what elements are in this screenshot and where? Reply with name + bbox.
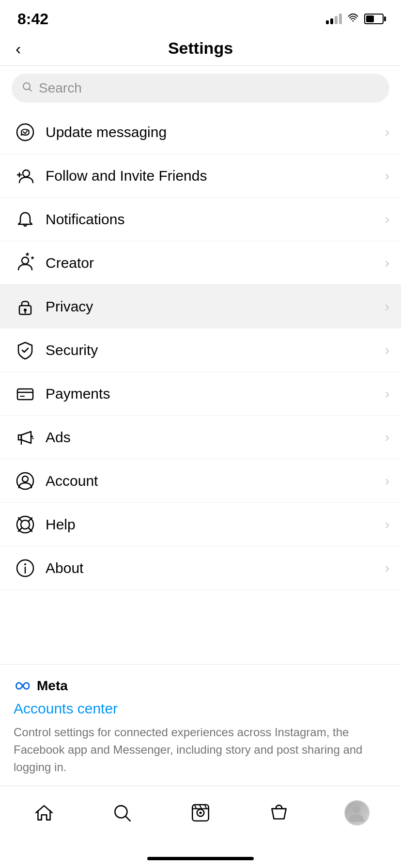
menu-item-update-messaging[interactable]: Update messaging › xyxy=(0,110,401,154)
meta-logo-icon xyxy=(14,680,33,692)
menu-item-creator-label: Creator xyxy=(46,255,385,271)
nav-item-home[interactable] xyxy=(25,796,63,830)
svg-point-39 xyxy=(353,806,360,813)
wifi-icon xyxy=(347,13,359,25)
menu-item-help-label: Help xyxy=(46,516,385,533)
home-indicator xyxy=(0,849,401,868)
svg-point-7 xyxy=(22,257,29,264)
accounts-center-link[interactable]: Accounts center xyxy=(14,700,387,717)
shop-icon xyxy=(268,802,290,824)
chevron-right-icon: › xyxy=(385,560,389,576)
reels-icon xyxy=(189,802,212,824)
chevron-right-icon: › xyxy=(385,124,389,140)
nav-item-search[interactable] xyxy=(103,796,141,830)
chevron-right-icon: › xyxy=(385,168,389,184)
menu-item-about[interactable]: About › xyxy=(0,546,401,590)
menu-item-privacy-label: Privacy xyxy=(46,298,385,315)
menu-item-creator[interactable]: Creator › xyxy=(0,241,401,285)
svg-line-2 xyxy=(30,89,32,92)
svg-line-31 xyxy=(126,816,130,821)
megaphone-icon xyxy=(12,427,39,448)
menu-item-ads[interactable]: Ads › xyxy=(0,416,401,459)
status-icons xyxy=(326,13,384,25)
message-circle-icon xyxy=(12,122,39,143)
menu-item-ads-label: Ads xyxy=(46,429,385,446)
chevron-right-icon: › xyxy=(385,517,389,532)
menu-item-help[interactable]: Help › xyxy=(0,503,401,546)
nav-item-shop[interactable] xyxy=(260,796,298,830)
meta-logo-text: Meta xyxy=(37,678,68,694)
svg-rect-13 xyxy=(17,389,33,400)
chevron-right-icon: › xyxy=(385,212,389,227)
menu-list: Update messaging › Follow and Invite Fri… xyxy=(0,110,401,664)
svg-point-20 xyxy=(22,476,28,482)
menu-item-payments-label: Payments xyxy=(46,386,385,402)
lock-icon xyxy=(12,296,39,317)
search-container: Search xyxy=(0,66,401,110)
nav-item-reels[interactable] xyxy=(181,796,220,830)
meta-description: Control settings for connected experienc… xyxy=(14,724,387,776)
shield-check-icon xyxy=(12,340,39,361)
add-person-icon xyxy=(12,165,39,186)
svg-marker-9 xyxy=(31,256,34,260)
svg-point-18 xyxy=(32,437,34,439)
svg-point-4 xyxy=(23,170,30,177)
meta-section: Meta Accounts center Control settings fo… xyxy=(0,664,401,786)
avatar xyxy=(344,800,370,825)
menu-item-follow-invite[interactable]: Follow and Invite Friends › xyxy=(0,154,401,198)
bottom-nav xyxy=(0,786,401,849)
home-bar xyxy=(147,857,254,860)
menu-item-update-messaging-label: Update messaging xyxy=(46,124,385,140)
status-bar: 8:42 xyxy=(0,0,401,34)
signal-icon xyxy=(326,14,342,24)
chevron-right-icon: › xyxy=(385,299,389,314)
chevron-right-icon: › xyxy=(385,386,389,402)
meta-logo: Meta xyxy=(14,678,387,694)
search-bar[interactable]: Search xyxy=(12,74,389,103)
battery-icon xyxy=(364,14,384,24)
menu-item-follow-invite-label: Follow and Invite Friends xyxy=(46,168,385,184)
header: ‹ Settings xyxy=(0,34,401,66)
chevron-right-icon: › xyxy=(385,430,389,445)
chevron-right-icon: › xyxy=(385,255,389,271)
back-button[interactable]: ‹ xyxy=(12,38,25,59)
chevron-right-icon: › xyxy=(385,473,389,489)
svg-point-34 xyxy=(199,811,201,814)
svg-point-0 xyxy=(353,20,354,22)
svg-point-17 xyxy=(31,435,33,437)
menu-item-about-label: About xyxy=(46,560,385,576)
person-circle-icon xyxy=(12,470,39,492)
menu-item-payments[interactable]: Payments › xyxy=(0,372,401,416)
search-icon xyxy=(21,81,33,95)
svg-marker-8 xyxy=(25,252,30,256)
nav-item-profile[interactable] xyxy=(338,796,376,830)
info-circle-icon xyxy=(12,558,39,579)
menu-item-notifications[interactable]: Notifications › xyxy=(0,198,401,241)
chevron-right-icon: › xyxy=(385,342,389,358)
home-icon xyxy=(33,802,55,824)
credit-card-icon xyxy=(12,383,39,404)
menu-item-account[interactable]: Account › xyxy=(0,459,401,503)
star-person-icon xyxy=(12,252,39,274)
search-placeholder: Search xyxy=(39,80,82,96)
status-time: 8:42 xyxy=(17,10,48,28)
search-nav-icon xyxy=(111,802,133,824)
lifebuoy-icon xyxy=(12,514,39,535)
svg-point-29 xyxy=(24,563,26,565)
menu-item-account-label: Account xyxy=(46,473,385,489)
menu-item-privacy[interactable]: Privacy › xyxy=(0,285,401,328)
page-title: Settings xyxy=(168,39,233,58)
menu-item-security[interactable]: Security › xyxy=(0,328,401,372)
svg-point-3 xyxy=(17,124,33,140)
menu-item-notifications-label: Notifications xyxy=(46,211,385,228)
menu-item-security-label: Security xyxy=(46,342,385,358)
bell-icon xyxy=(12,209,39,230)
